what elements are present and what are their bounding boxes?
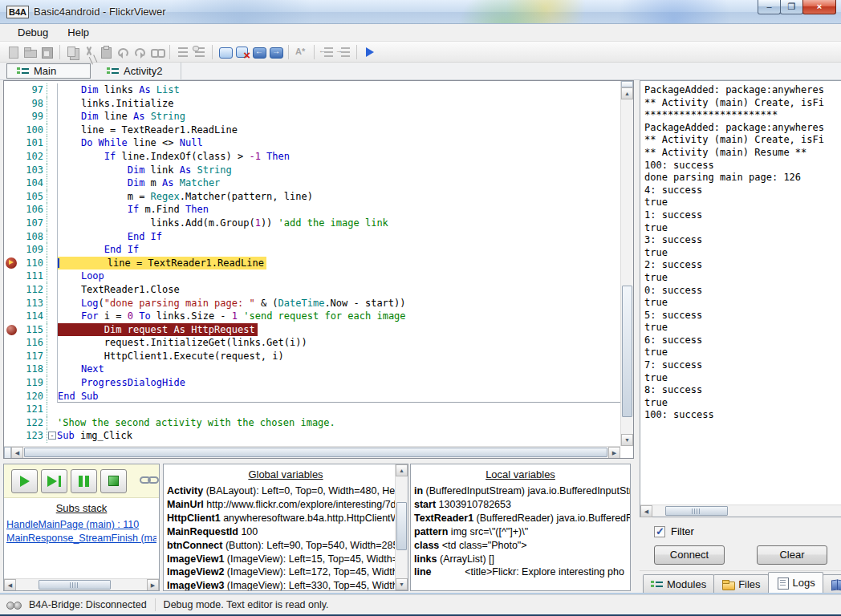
log-output[interactable]: PackageAdded: package:anywheres** Activi… (644, 84, 841, 503)
scroll-left-arrow-icon[interactable]: ◀ (640, 505, 652, 517)
minimize-button[interactable]: – (758, 0, 781, 14)
subs-stack-link[interactable]: HandleMainPage (main) : 110 (6, 519, 156, 530)
breakpoint-gutter[interactable] (4, 230, 20, 244)
breakpoint-gutter[interactable] (4, 416, 20, 430)
scroll-up-arrow-icon[interactable]: ▲ (621, 87, 633, 99)
breakpoint-gutter[interactable] (4, 97, 20, 111)
designer-icon[interactable] (217, 45, 233, 59)
stop-button[interactable] (100, 469, 127, 493)
globals-vertical-scrollbar[interactable]: ▲ ▼ (395, 464, 408, 590)
breakpoint-gutter[interactable] (4, 124, 20, 137)
mode-status-text: Debug mode. Text editor is read only. (164, 599, 329, 610)
scroll-thumb[interactable] (39, 580, 111, 590)
breakpoint-gutter[interactable] (4, 257, 20, 270)
breakpoint-gutter[interactable] (4, 429, 20, 443)
breakpoint-gutter[interactable] (4, 176, 20, 190)
breakpoint-gutter[interactable] (4, 270, 20, 283)
log-line: true (644, 397, 841, 410)
breakpoint-gutter[interactable] (4, 83, 20, 97)
editor-horizontal-scrollbar[interactable]: ◀ ▶ (4, 446, 620, 458)
editor-split-handle[interactable] (621, 81, 633, 87)
breakpoint-gutter[interactable] (4, 376, 20, 390)
paste-icon (99, 45, 114, 59)
breakpoint-gutter[interactable] (4, 403, 20, 416)
breakpoint-icon (6, 325, 17, 335)
nav-forward-icon[interactable] (268, 45, 283, 59)
run-icon[interactable] (362, 45, 377, 59)
line-number: 103 (20, 164, 47, 177)
breakpoint-gutter[interactable] (4, 136, 20, 150)
breakpoint-gutter[interactable] (4, 323, 20, 337)
open-file-icon (22, 45, 38, 59)
scroll-down-arrow-icon[interactable]: ▼ (396, 578, 408, 590)
resume-button[interactable] (11, 469, 38, 493)
scroll-up-arrow-icon[interactable]: ▲ (396, 464, 408, 476)
tab-main[interactable]: Main (6, 63, 91, 79)
tab-libs[interactable]: Libs (823, 574, 841, 593)
subs-stack-panel: Subs stack HandleMainPage (main) : 110Ma… (3, 464, 160, 591)
subs-stack-link[interactable]: MainResponse_StreamFinish (ma (6, 533, 156, 544)
pause-button[interactable] (71, 469, 97, 493)
zoom-close-icon[interactable] (234, 45, 250, 59)
breakpoint-gutter[interactable] (4, 283, 20, 297)
breakpoint-gutter[interactable] (4, 217, 20, 230)
line-number: 118 (20, 363, 47, 376)
variable-row: ImageView1 (ImageView): Left=15, Top=45,… (167, 553, 392, 566)
breakpoint-gutter[interactable] (4, 310, 20, 323)
code-line: 121 (4, 403, 620, 416)
collapse-box-icon (48, 432, 56, 440)
scroll-thumb[interactable] (396, 502, 407, 550)
code-editor[interactable]: 97 Dim links As List98 links.Initialize9… (3, 80, 634, 459)
scroll-left-arrow-icon[interactable]: ◀ (4, 579, 16, 591)
scroll-right-arrow-icon[interactable]: ▶ (608, 447, 620, 459)
breakpoint-gutter[interactable] (4, 336, 20, 350)
bridge-status-text: B4A-Bridge: Disconnected (29, 599, 147, 610)
scroll-left-arrow-icon[interactable]: ◀ (11, 447, 23, 459)
scroll-thumb[interactable] (24, 448, 607, 457)
line-number: 123 (20, 429, 47, 443)
maximize-button[interactable]: ❐ (780, 0, 803, 14)
tab-modules[interactable]: Modules (643, 574, 714, 593)
breakpoint-gutter[interactable] (4, 190, 20, 204)
scroll-thumb[interactable] (665, 506, 728, 516)
breakpoint-gutter[interactable] (4, 390, 20, 403)
breakpoint-gutter[interactable] (4, 297, 20, 310)
tab-files[interactable]: Files (713, 574, 768, 593)
menu-debug[interactable]: Debug (8, 25, 58, 40)
scroll-right-arrow-icon[interactable]: ▶ (147, 579, 159, 591)
tab-logs[interactable]: Logs (768, 572, 823, 593)
tab-activity2[interactable]: Activity2 (97, 63, 181, 79)
breakpoint-gutter[interactable] (4, 164, 20, 177)
breakpoint-gutter[interactable] (4, 150, 20, 164)
module-icon (107, 67, 119, 75)
log-line: *********************** (644, 109, 841, 122)
subs-horizontal-scrollbar[interactable]: ◀ ▶ (4, 578, 159, 590)
variable-row: in (BufferedInputStream) java.io.Buffere… (414, 484, 628, 498)
nav-back-icon[interactable] (251, 45, 266, 59)
bridge-link-icon[interactable] (140, 475, 159, 487)
log-horizontal-scrollbar[interactable]: ◀ ▶ (640, 505, 841, 517)
breakpoint-gutter[interactable] (4, 243, 20, 257)
editor-vertical-scrollbar[interactable]: ▲ ▼ (620, 81, 633, 446)
scroll-down-arrow-icon[interactable]: ▼ (621, 434, 633, 446)
line-number: 108 (20, 230, 47, 244)
variable-row: Activity (BALayout): Left=0, Top=0, Widt… (167, 484, 392, 498)
log-line: true (644, 346, 841, 359)
close-button[interactable]: × (802, 0, 836, 14)
editor-split-handle-h[interactable] (4, 447, 11, 459)
menu-help[interactable]: Help (58, 25, 99, 40)
scroll-thumb[interactable] (622, 286, 632, 417)
play-icon (20, 476, 30, 487)
log-line: true (644, 322, 841, 334)
breakpoint-gutter[interactable] (4, 203, 20, 217)
filter-checkbox[interactable] (654, 526, 665, 537)
variable-row: line <title>Flickr: Explore interesting … (414, 565, 628, 579)
connect-button[interactable]: Connect (654, 545, 725, 565)
step-over-button[interactable] (41, 469, 67, 493)
breakpoint-gutter[interactable] (4, 110, 20, 124)
breakpoint-gutter[interactable] (4, 350, 20, 363)
breakpoint-gutter[interactable] (4, 363, 20, 376)
copy-icon (65, 45, 80, 59)
line-number: 111 (20, 270, 47, 283)
clear-button[interactable]: Clear (757, 545, 827, 565)
